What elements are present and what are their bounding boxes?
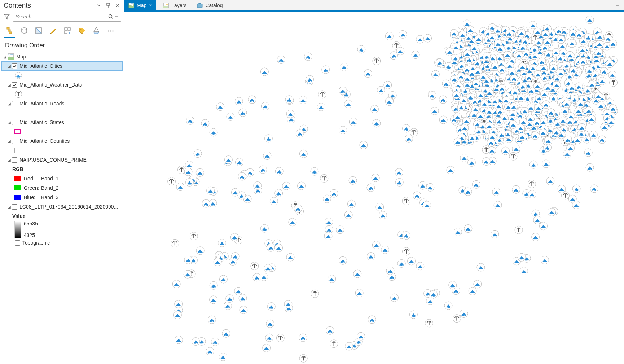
expand-toggle[interactable]: ◢ — [7, 157, 12, 162]
symbol-counties-swatch — [14, 148, 21, 153]
layer-landsat[interactable]: LC08_L1TP_017034_20160614_2020090... — [19, 204, 118, 210]
view-tab-bar: Map✕LayersCatalog — [124, 0, 624, 12]
layer-visibility-checkbox[interactable] — [12, 101, 17, 106]
catalog-tab-icon — [197, 2, 203, 9]
symbol-weather-icon — [14, 90, 22, 98]
layer-topo[interactable]: Topographic — [22, 240, 50, 246]
tab-layers[interactable]: Layers — [159, 0, 190, 11]
layer-states[interactable]: Mid_Atlantic_States — [19, 119, 64, 125]
tab-catalog[interactable]: Catalog — [193, 0, 226, 11]
svg-rect-0 — [107, 3, 110, 5]
band-label: Green: — [24, 185, 41, 191]
cities-layer — [172, 16, 618, 361]
contents-title: Contents — [4, 1, 31, 9]
svg-rect-13 — [69, 32, 70, 34]
svg-rect-12 — [65, 31, 67, 34]
expand-toggle[interactable]: ◢ — [7, 63, 12, 69]
list-by-perspective-button[interactable] — [92, 26, 101, 35]
panel-close-button[interactable] — [114, 2, 121, 9]
svg-rect-18 — [17, 76, 18, 78]
layer-visibility-checkbox[interactable] — [12, 204, 17, 210]
tab-close-button[interactable]: ✕ — [149, 3, 153, 8]
band-name: Band_2 — [41, 185, 58, 191]
stretch-ramp — [14, 221, 21, 238]
svg-rect-10 — [65, 28, 67, 30]
tab-label: Layers — [171, 3, 186, 8]
band-swatch — [14, 195, 21, 200]
list-by-selection-button[interactable] — [34, 26, 43, 35]
layer-visibility-checkbox[interactable] — [12, 120, 17, 125]
layer-visibility-checkbox[interactable] — [12, 157, 17, 163]
expand-toggle[interactable]: ◢ — [7, 82, 12, 87]
svg-line-3 — [112, 18, 113, 19]
svg-rect-19 — [18, 76, 19, 78]
band-name: Band_3 — [41, 194, 58, 200]
layer-naip[interactable]: NAIP\USDA_CONUS_PRIME — [19, 157, 87, 163]
tab-map[interactable]: Map✕ — [124, 0, 156, 11]
svg-rect-11 — [68, 28, 70, 30]
list-by-snapping-button[interactable] — [63, 26, 72, 35]
stretch-min: 4325 — [24, 232, 38, 238]
symbol-road-line — [15, 113, 23, 113]
tab-label: Catalog — [205, 3, 223, 8]
list-by-drawing-order-button[interactable] — [5, 26, 14, 35]
search-input[interactable] — [16, 14, 108, 19]
svg-point-25 — [166, 4, 168, 5]
layer-visibility-checkbox[interactable] — [12, 82, 17, 88]
svg-rect-9 — [36, 28, 41, 34]
expand-toggle[interactable]: ◢ — [7, 101, 12, 106]
filter-icon[interactable] — [3, 12, 11, 21]
layer-visibility-checkbox[interactable] — [12, 63, 17, 69]
rgb-heading: RGB — [12, 166, 23, 172]
list-by-editing-button[interactable] — [48, 26, 58, 35]
layer-visibility-checkbox[interactable] — [12, 139, 17, 144]
svg-point-15 — [94, 32, 99, 34]
layer-visibility-checkbox[interactable] — [15, 240, 20, 246]
map-tab-icon — [128, 2, 135, 9]
band-swatch — [14, 185, 21, 190]
stretch-max: 65535 — [24, 221, 38, 227]
layer-roads[interactable]: Mid_Atlantic_Roads — [19, 101, 65, 106]
expand-toggle[interactable]: ◢ — [7, 204, 12, 209]
svg-point-2 — [109, 15, 112, 18]
expand-toggle[interactable]: ◢ — [3, 54, 8, 59]
more-tools-button[interactable]: ⋯ — [106, 26, 115, 35]
band-label: Blue: — [24, 194, 41, 200]
band-name: Band_1 — [41, 176, 58, 181]
panel-options-button[interactable] — [95, 2, 102, 9]
svg-rect-5 — [8, 30, 10, 31]
svg-rect-20 — [19, 76, 20, 78]
svg-point-7 — [22, 28, 27, 30]
drawing-order-heading: Drawing Order — [0, 35, 124, 51]
list-by-data-source-button[interactable] — [19, 26, 29, 35]
panel-pin-button[interactable] — [105, 2, 112, 9]
contents-panel: Contents — [0, 0, 124, 364]
search-dropdown-button[interactable] — [115, 15, 119, 18]
value-heading: Value — [12, 213, 26, 219]
symbol-city-icon — [14, 71, 22, 79]
band-swatch — [14, 176, 21, 181]
search-input-wrapper — [13, 12, 121, 22]
svg-rect-4 — [7, 27, 9, 29]
band-label: Red: — [24, 176, 41, 181]
expand-toggle[interactable]: ◢ — [7, 120, 12, 125]
list-by-labeling-button[interactable] — [77, 26, 87, 35]
search-icon[interactable] — [108, 14, 114, 19]
map-root-label[interactable]: Map — [16, 54, 26, 60]
layer-cities[interactable]: Mid_Atlantic_Cities — [19, 63, 62, 69]
svg-rect-27 — [198, 3, 201, 4]
layer-counties[interactable]: Mid_Atlantic_Counties — [19, 138, 70, 144]
contents-toolbar: ⋯ — [0, 25, 124, 35]
tab-label: Map — [137, 3, 146, 8]
layer-weather[interactable]: Mid_Atlantic_Weather_Data — [19, 82, 82, 88]
symbol-states-swatch — [14, 129, 21, 134]
layers-tab-icon — [163, 2, 169, 9]
expand-toggle[interactable]: ◢ — [7, 139, 12, 144]
tab-overflow-button[interactable] — [615, 3, 624, 8]
map-view[interactable] — [124, 12, 624, 364]
svg-rect-26 — [197, 4, 202, 8]
layer-tree: ◢Map◢Mid_Atlantic_Cities◢Mid_Atlantic_We… — [0, 51, 124, 364]
svg-rect-6 — [9, 32, 12, 34]
svg-point-14 — [80, 29, 82, 30]
map-icon — [8, 53, 14, 60]
